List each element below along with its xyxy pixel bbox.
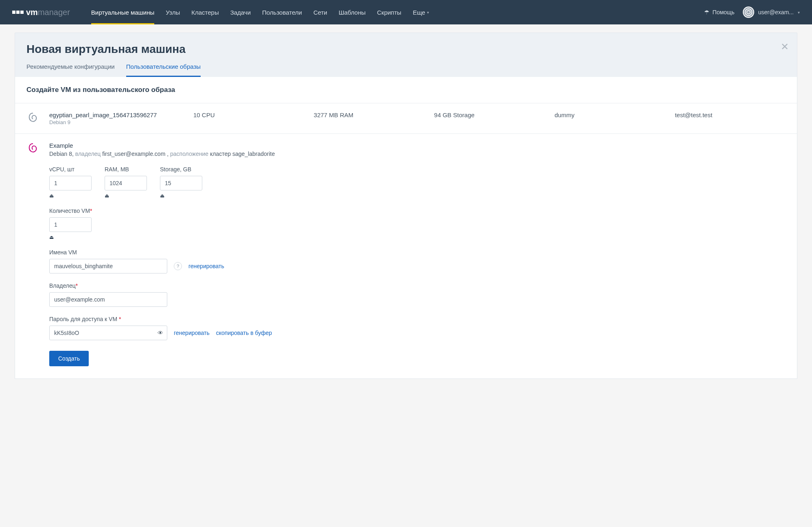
generate-name-link[interactable]: генерировать [188, 263, 224, 269]
nav-vms[interactable]: Виртуальные машины [85, 0, 160, 24]
help-label: Помощь [713, 9, 735, 15]
nav-clusters[interactable]: Кластеры [186, 0, 225, 24]
nav-nodes[interactable]: Узлы [160, 0, 186, 24]
page-title: Новая виртуальная машина [26, 43, 786, 56]
storage-label: Storage, GB [160, 166, 202, 173]
form-area: Example Debian 8, владелец first_user@ex… [15, 134, 797, 378]
image-row[interactable]: egyptian_pearl_image_1564713596277 Debia… [15, 103, 797, 134]
lock-icon: ⏏ [160, 193, 202, 199]
create-button[interactable]: Создать [49, 351, 89, 366]
password-label: Пароль для доступа к VM * [49, 316, 272, 322]
section-title: Создайте VM из пользовательского образа [15, 77, 797, 103]
owner-select[interactable]: user@example.com [49, 292, 167, 307]
tab-recommended[interactable]: Рекомендуемые конфигурации [26, 63, 115, 77]
eye-icon[interactable]: 👁 [158, 330, 163, 336]
generate-password-link[interactable]: генерировать [174, 330, 210, 336]
storage-input[interactable] [160, 176, 202, 190]
ram-label: RAM, MB [105, 166, 147, 173]
tab-user-images[interactable]: Пользовательские образы [126, 63, 201, 77]
logo-vm: vm [26, 8, 38, 17]
help-link[interactable]: ☂ Помощь [704, 9, 735, 15]
close-icon[interactable]: ✕ [781, 41, 789, 52]
image-name: egyptian_pearl_image_1564713596277 [49, 112, 184, 118]
nav-more[interactable]: Еще ▾ [407, 0, 435, 24]
svg-point-0 [745, 9, 752, 16]
vcpu-label: vCPU, шт [49, 166, 92, 173]
nav-templates[interactable]: Шаблоны [333, 0, 371, 24]
page: Новая виртуальная машина ✕ Рекомендуемые… [0, 24, 812, 387]
debian-icon [26, 142, 39, 155]
panel-body: Создайте VM из пользовательского образа … [15, 77, 797, 379]
logo-icon [12, 11, 24, 14]
chevron-down-icon: ▾ [798, 10, 800, 15]
lock-icon: ⏏ [49, 234, 92, 240]
ram-input[interactable] [105, 176, 147, 190]
logo-manager: manager [38, 8, 70, 17]
topbar: vmmanager Виртуальные машины Узлы Класте… [0, 0, 812, 24]
names-input[interactable] [49, 259, 167, 273]
lock-icon: ⏏ [105, 193, 147, 199]
tabs: Рекомендуемые конфигурации Пользовательс… [26, 63, 786, 77]
logo[interactable]: vmmanager [12, 8, 70, 17]
topbar-right: ☂ Помощь user@exam... ▾ [704, 7, 800, 18]
debian-icon [26, 112, 39, 125]
count-label: Количество VM* [49, 208, 92, 214]
image-os: Debian 9 [49, 119, 184, 125]
nav-scripts[interactable]: Скрипты [371, 0, 407, 24]
user-menu[interactable]: user@exam... ▾ [743, 7, 800, 18]
image-note: dummy [554, 112, 665, 118]
example-title: Example [49, 142, 786, 149]
nav-tasks[interactable]: Задачи [225, 0, 256, 24]
panel-header: Новая виртуальная машина ✕ Рекомендуемые… [15, 33, 797, 77]
owner-label: Владелец* [49, 282, 167, 289]
nav-users[interactable]: Пользователи [256, 0, 308, 24]
image-storage: 94 GB Storage [434, 112, 545, 118]
nav-networks[interactable]: Сети [308, 0, 333, 24]
names-label: Имена VM [49, 249, 224, 256]
password-input[interactable] [49, 326, 167, 340]
image-ram: 3277 MB RAM [314, 112, 425, 118]
lock-icon: ⏏ [49, 193, 92, 199]
vcpu-input[interactable] [49, 176, 92, 190]
user-email: user@exam... [758, 9, 794, 15]
copy-password-link[interactable]: скопировать в буфер [216, 330, 272, 336]
nav-more-label: Еще [413, 9, 425, 16]
example-meta: Debian 8, владелец first_user@example.co… [49, 151, 786, 157]
umbrella-icon: ☂ [704, 9, 709, 15]
image-email: test@test.test [675, 112, 786, 118]
svg-point-1 [746, 11, 750, 14]
chevron-down-icon: ▾ [427, 10, 429, 15]
help-icon[interactable]: ? [174, 262, 182, 270]
image-main-col: egyptian_pearl_image_1564713596277 Debia… [49, 112, 184, 125]
topnav: Виртуальные машины Узлы Кластеры Задачи … [85, 0, 435, 24]
avatar-icon [743, 7, 754, 18]
count-input[interactable] [49, 217, 92, 232]
image-cpu: 10 CPU [193, 112, 304, 118]
